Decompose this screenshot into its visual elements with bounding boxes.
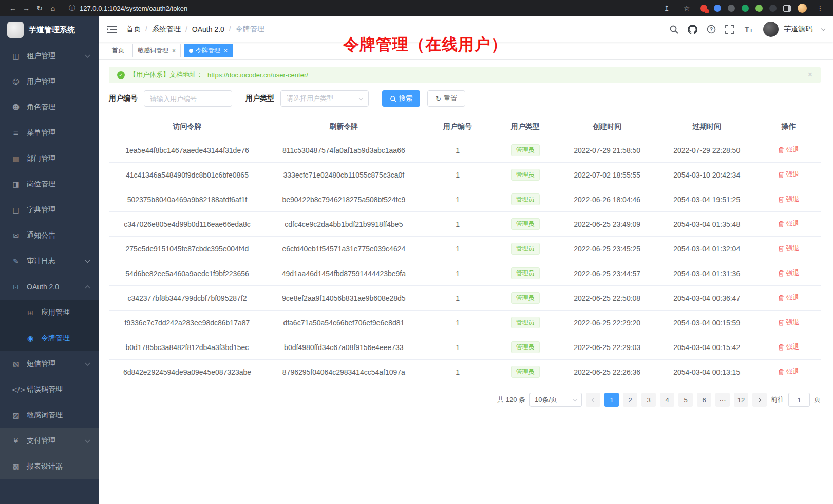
back-icon[interactable]: ←	[6, 4, 20, 12]
user-menu-chevron-icon[interactable]	[821, 26, 825, 30]
sidebar-item[interactable]: </> 错误码管理	[0, 377, 99, 402]
sidebar-item[interactable]: ⊡ OAuth 2.0	[0, 274, 99, 300]
breadcrumb-item[interactable]: 首页	[126, 25, 141, 34]
close-alert-icon[interactable]: ×	[808, 70, 812, 80]
sidebar-item[interactable]: ▩ 报表设计器	[0, 454, 99, 479]
sidebar-item[interactable]: ✉ 通知公告	[0, 223, 99, 248]
address-bar[interactable]: ⓘ 127.0.0.1:1024/system/oauth2/token	[69, 4, 660, 13]
force-logout-button[interactable]: 强退	[778, 342, 800, 352]
force-logout-button[interactable]: 强退	[778, 170, 800, 179]
view-tab[interactable]: 令牌管理 ×	[184, 44, 233, 57]
extension-icon[interactable]	[700, 5, 707, 12]
font-size-icon[interactable]: TT	[744, 25, 754, 34]
force-logout-button[interactable]: 强退	[778, 219, 800, 228]
page-button[interactable]: 5	[678, 393, 693, 407]
reload-icon[interactable]: ↻	[33, 4, 46, 12]
page-size-value: 10条/页	[535, 395, 557, 404]
hamburger-icon[interactable]	[107, 25, 117, 33]
sidebar-item[interactable]: ☺ 用户管理	[0, 69, 99, 94]
sidebar-item[interactable]: ☻ 角色管理	[0, 94, 99, 120]
view-tab[interactable]: 首页	[107, 44, 129, 57]
menu-item-icon: ▤	[11, 206, 21, 214]
menu-item-icon: ☺	[11, 77, 21, 86]
user-type-badge: 管理员	[511, 243, 540, 255]
force-logout-button[interactable]: 强退	[778, 145, 800, 154]
force-logout-button[interactable]: 强退	[778, 367, 800, 376]
page-button[interactable]: ···	[715, 393, 730, 407]
sidebar-item[interactable]: ⊞ 应用管理	[0, 300, 99, 325]
user-type-badge: 管理员	[511, 292, 540, 304]
browser-profile-avatar[interactable]	[798, 4, 807, 13]
breadcrumb-item[interactable]: 令牌管理	[224, 25, 264, 34]
user-type-badge: 管理员	[511, 218, 540, 230]
sidebar-item[interactable]: ▦ 部门管理	[0, 146, 99, 171]
share-icon[interactable]: ↥	[660, 4, 673, 12]
table-row: b0d1785bc3a8482f812db4a3f3bd15ec b0df498…	[109, 335, 821, 360]
close-tab-icon[interactable]: ×	[224, 48, 228, 54]
doc-link[interactable]: https://doc.iocoder.cn/user-center/	[207, 71, 308, 79]
menu-item-icon: ◉	[26, 334, 35, 342]
logo-image	[7, 22, 24, 38]
bookmark-star-icon[interactable]: ☆	[680, 4, 693, 12]
page-button[interactable]: 2	[623, 393, 637, 407]
site-info-icon[interactable]: ⓘ	[69, 4, 75, 13]
next-page-button[interactable]	[752, 393, 767, 407]
page-button[interactable]: 1	[604, 393, 619, 407]
sidebar-item[interactable]: ◨ 岗位管理	[0, 171, 99, 197]
forward-icon[interactable]: →	[20, 4, 33, 12]
page-size-select[interactable]: 10条/页	[529, 393, 582, 407]
user-type-select[interactable]: 请选择用户类型	[280, 90, 369, 107]
sidebar-item[interactable]: ≡ 菜单管理	[0, 120, 99, 146]
side-panel-icon[interactable]	[783, 5, 791, 12]
sidebar-item[interactable]: ◫ 租户管理	[0, 43, 99, 69]
sidebar-item[interactable]: ▧ 短信管理	[0, 351, 99, 377]
prev-page-button[interactable]	[586, 393, 600, 407]
menu-item-label: 敏感词管理	[27, 411, 89, 420]
extension-icon[interactable]	[755, 5, 763, 12]
extension-icon[interactable]	[714, 5, 721, 12]
extension-badge	[705, 9, 709, 13]
sidebar-item[interactable]: ◉ 令牌管理	[0, 325, 99, 351]
home-icon[interactable]: ⌂	[46, 4, 60, 12]
help-icon[interactable]: ?	[707, 25, 716, 34]
fullscreen-icon[interactable]	[725, 25, 734, 34]
force-logout-button[interactable]: 强退	[778, 293, 800, 302]
reset-button[interactable]: ↻ 重置	[427, 90, 465, 107]
force-logout-label: 强退	[786, 219, 800, 228]
breadcrumb-item[interactable]: 系统管理	[141, 25, 181, 34]
force-logout-button[interactable]: 强退	[778, 195, 800, 204]
page-button[interactable]: 12	[734, 393, 748, 407]
force-logout-button[interactable]: 强退	[778, 244, 800, 253]
url-text[interactable]: 127.0.0.1:1024/system/oauth2/token	[80, 5, 187, 12]
breadcrumb-item[interactable]: OAuth 2.0	[181, 25, 224, 33]
extension-icon[interactable]	[769, 5, 777, 12]
extension-icon[interactable]	[742, 5, 749, 12]
user-id-cell: 1	[422, 237, 494, 261]
extension-icon[interactable]	[728, 5, 735, 12]
sidebar-item[interactable]: ✎ 审计日志	[0, 248, 99, 274]
refresh-token-cell: 811c530487574fa0af1a59d3abc1aa66	[266, 138, 422, 163]
page-button[interactable]: 4	[660, 393, 674, 407]
sidebar-item[interactable]: ¥ 支付管理	[0, 428, 99, 454]
search-button[interactable]: 搜索	[382, 90, 420, 107]
user-id-cell: 1	[422, 138, 494, 163]
user-id-cell: 1	[422, 212, 494, 237]
sidebar-item[interactable]: ▨ 敏感词管理	[0, 402, 99, 428]
github-icon[interactable]	[688, 25, 697, 34]
page-button[interactable]: 6	[697, 393, 711, 407]
view-tab[interactable]: 敏感词管理 ×	[132, 44, 181, 57]
user-type-badge: 管理员	[511, 169, 540, 181]
user-avatar[interactable]	[763, 22, 779, 37]
page-button[interactable]: 3	[641, 393, 656, 407]
user-id-input[interactable]	[144, 90, 232, 107]
force-logout-button[interactable]: 强退	[778, 268, 800, 278]
search-icon[interactable]	[669, 25, 678, 34]
token-table: 访问令牌 刷新令牌 用户编号 用户类型 创建时间 过期时间 操作	[109, 115, 821, 384]
jump-page-input[interactable]	[788, 393, 810, 407]
user-type-badge: 管理员	[511, 193, 540, 205]
tab-label: 首页	[112, 46, 124, 55]
sidebar-item[interactable]: ▤ 字典管理	[0, 197, 99, 223]
browser-menu-icon[interactable]: ⋮	[813, 4, 827, 12]
close-tab-icon[interactable]: ×	[172, 48, 176, 54]
force-logout-button[interactable]: 强退	[778, 318, 800, 327]
